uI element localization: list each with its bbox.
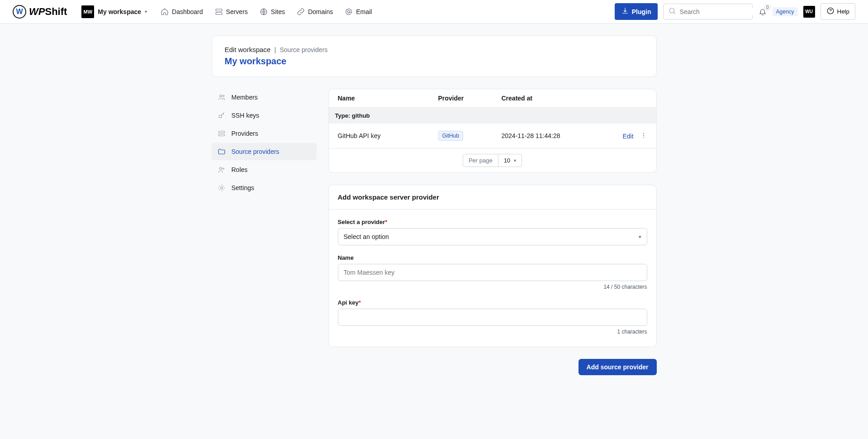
workspace-selector[interactable]: MW My workspace ▾ [81, 5, 147, 18]
nav-dashboard-label: Dashboard [172, 8, 203, 15]
sidebar-label: SSH keys [232, 112, 259, 119]
svg-point-3 [348, 10, 350, 13]
sidebar-label: Providers [232, 130, 258, 137]
svg-point-16 [643, 137, 644, 138]
main-nav: Dashboard Servers Sites Domains Email [161, 8, 372, 16]
sidebar-item-source[interactable]: Source providers [212, 143, 317, 160]
row-menu-button[interactable] [640, 132, 647, 138]
nav-sites[interactable]: Sites [260, 8, 285, 16]
provider-select-value: Select an option [344, 233, 389, 240]
breadcrumb-main: Edit workspace [225, 46, 271, 53]
name-helper: 14 / 50 characters [338, 284, 647, 290]
help-icon [826, 7, 835, 16]
nav-domains[interactable]: Domains [297, 8, 333, 16]
search-icon [668, 7, 676, 16]
breadcrumb: Edit workspace | Source providers [225, 46, 644, 53]
per-page-select[interactable]: 10 ▾ [498, 154, 522, 167]
breadcrumb-sub: Source providers [280, 46, 327, 53]
add-provider-card: Add workspace server provider Select a p… [328, 185, 657, 347]
notification-count: 0 [764, 5, 771, 10]
svg-point-15 [643, 135, 644, 136]
agency-badge[interactable]: Agency [773, 7, 798, 16]
api-key-label: Api key* [338, 299, 647, 306]
sidebar-item-roles[interactable]: Roles [212, 161, 317, 178]
nav-email-label: Email [356, 8, 372, 15]
page-header: Edit workspace | Source providers My wor… [212, 35, 657, 77]
download-icon [621, 7, 629, 16]
globe-icon [260, 8, 268, 16]
search-input[interactable] [680, 8, 759, 15]
table-row: GitHub API key GitHub 2024-11-28 11:44:2… [329, 124, 656, 148]
svg-rect-9 [218, 131, 225, 133]
key-icon [217, 111, 226, 120]
svg-point-6 [219, 95, 222, 97]
svg-point-8 [219, 115, 222, 118]
brand-logo[interactable]: W WPShift [13, 5, 67, 19]
table-header: Name Provider Created at [329, 89, 656, 108]
group-row: Type: github [329, 108, 656, 124]
help-label: Help [837, 8, 849, 15]
at-icon [345, 8, 353, 16]
nav-dashboard[interactable]: Dashboard [161, 8, 203, 16]
per-page-value: 10 [504, 157, 510, 164]
providers-icon [217, 129, 226, 138]
sidebar-item-members[interactable]: Members [212, 89, 317, 106]
sidebar-label: Source providers [232, 148, 280, 155]
col-provider: Provider [438, 95, 502, 102]
col-created: Created at [502, 95, 616, 102]
sidebar-item-settings[interactable]: Settings [212, 179, 317, 196]
nav-domains-label: Domains [308, 8, 333, 15]
name-label: Name [338, 254, 647, 261]
provider-label: Select a provider* [338, 219, 647, 225]
row-name: GitHub API key [338, 132, 438, 139]
home-icon [161, 8, 169, 16]
search-box[interactable] [663, 4, 753, 19]
server-icon [215, 8, 223, 16]
svg-rect-0 [216, 9, 222, 11]
sidebar-item-ssh[interactable]: SSH keys [212, 107, 317, 124]
notifications-button[interactable]: 0 [758, 7, 767, 16]
name-input[interactable] [338, 264, 647, 281]
api-key-input[interactable] [338, 309, 647, 326]
provider-select[interactable]: Select an option ▾ [338, 228, 647, 245]
nav-email[interactable]: Email [345, 8, 372, 16]
breadcrumb-sep: | [274, 46, 276, 53]
svg-point-12 [223, 168, 224, 169]
plugin-button-label: Plugin [632, 8, 651, 15]
chevron-down-icon: ▾ [145, 9, 147, 14]
provider-tag: GitHub [438, 131, 463, 141]
link-icon [297, 8, 305, 16]
page-title: My workspace [225, 56, 644, 67]
col-name: Name [338, 95, 438, 102]
svg-rect-1 [216, 12, 222, 14]
svg-point-4 [669, 8, 674, 13]
form-title: Add workspace server provider [329, 185, 656, 210]
sidebar-label: Members [232, 94, 258, 101]
members-icon [217, 93, 226, 102]
nav-servers[interactable]: Servers [215, 8, 248, 16]
logo-text: WPShift [29, 6, 67, 18]
nav-sites-label: Sites [271, 8, 285, 15]
svg-point-13 [220, 187, 223, 189]
workspace-name: My workspace [98, 8, 141, 15]
sidebar-label: Roles [232, 166, 248, 173]
svg-point-14 [643, 133, 644, 134]
user-avatar[interactable]: WU [803, 6, 815, 18]
edit-button[interactable]: Edit [622, 133, 633, 140]
row-created: 2024-11-28 11:44:28 [502, 132, 616, 139]
svg-point-11 [219, 167, 222, 170]
per-page-label: Per page [463, 154, 498, 167]
folder-icon [217, 147, 226, 156]
plugin-button[interactable]: Plugin [615, 3, 658, 20]
settings-sidebar: Members SSH keys Providers Source provid… [212, 89, 317, 375]
providers-table-card: Name Provider Created at Type: github Gi… [328, 89, 657, 173]
workspace-badge: MW [81, 5, 94, 18]
help-button[interactable]: Help [821, 3, 855, 20]
svg-point-7 [222, 95, 224, 97]
chevron-down-icon: ▾ [639, 234, 641, 240]
api-key-helper: 1 characters [338, 329, 647, 335]
add-source-provider-button[interactable]: Add source provider [579, 359, 657, 375]
logo-icon: W [13, 5, 26, 19]
roles-icon [217, 165, 226, 174]
sidebar-item-providers[interactable]: Providers [212, 125, 317, 142]
